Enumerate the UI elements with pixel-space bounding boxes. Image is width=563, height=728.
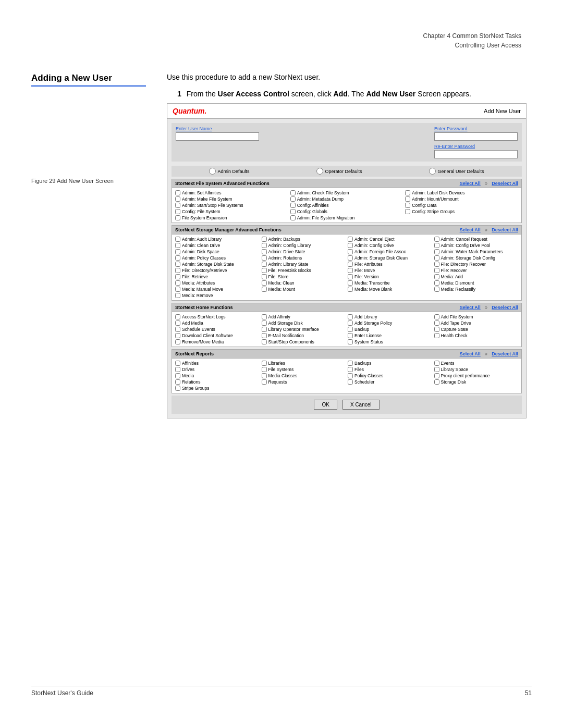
list-item[interactable]: Admin: Foreign File Assoc [348,249,432,254]
list-item[interactable]: Enter License [348,333,432,338]
list-item[interactable]: Admin: Audit Library [175,237,260,242]
list-item[interactable]: File: Move [348,268,432,273]
list-item[interactable]: Config: File System [175,209,288,214]
list-item[interactable]: File: Directory Recover [434,262,519,267]
list-item[interactable]: Admin: Storage Disk Clean [348,255,432,261]
list-item[interactable]: Config: Affinities [290,203,403,208]
list-item[interactable]: Access StorNext Logs [175,314,260,319]
list-item[interactable]: Files [348,367,432,372]
list-item[interactable]: E-Mail Notification [262,333,346,338]
list-item[interactable]: Media: Reclassify [434,287,519,292]
list-item[interactable]: Admin: Cancel Request [434,237,519,242]
list-item[interactable]: Add Affinity [262,314,346,319]
list-item[interactable]: File System Expansion [175,215,288,220]
list-item[interactable]: Admin: Storage Disk Config [434,255,519,261]
list-item[interactable]: Relations [175,379,260,385]
list-item[interactable]: Backups [348,361,432,366]
list-item[interactable]: Schedule Events [175,327,260,332]
list-item[interactable]: Media: Remove [175,293,260,298]
list-item[interactable]: File: Recover [434,268,519,273]
list-item[interactable]: Admin: Set Affinities [175,190,288,195]
reenter-label[interactable]: Re-Enter Password [434,144,518,149]
list-item[interactable]: Add Library [348,314,432,319]
list-item[interactable]: Admin: Metadata Dump [290,196,403,202]
reports-select-all[interactable]: Select All [460,351,481,356]
home-deselect-all[interactable]: Deselect All [492,305,518,310]
list-item[interactable]: Admin: Drive State [262,249,346,254]
list-item[interactable]: Media: Dismount [434,280,519,286]
list-item[interactable]: Media: Attributes [175,280,260,286]
list-item[interactable]: File: Retrieve [175,274,260,279]
list-item[interactable]: Affinities [175,361,260,366]
list-item[interactable]: File: Free/Disk Blocks [262,268,346,273]
radio-operator[interactable]: Operator Defaults [316,168,362,175]
list-item[interactable]: Media: Add [434,274,519,279]
list-item[interactable]: Add Tape Drive [434,320,519,326]
list-item[interactable]: Media [175,373,260,378]
list-item[interactable]: Remove/Move Media [175,339,260,344]
ok-button[interactable]: OK [314,400,337,410]
list-item[interactable]: Health Check [434,333,519,338]
list-item[interactable]: Media: Clean [262,280,346,286]
reenter-input[interactable] [434,150,518,158]
list-item[interactable]: Storage Disk [434,379,519,385]
list-item[interactable]: Backup [348,327,432,332]
cancel-button[interactable]: X Cancel [342,400,380,410]
storage-select-all[interactable]: Select All [460,227,481,232]
list-item[interactable]: Media Classes [262,373,346,378]
list-item[interactable]: Admin: Water Mark Parameters [434,249,519,254]
list-item[interactable]: Stripe Groups [175,386,260,391]
list-item[interactable]: File: Version [348,274,432,279]
password-input[interactable] [434,132,518,141]
list-item[interactable]: Media: Mount [262,287,346,292]
home-select-all[interactable]: Select All [460,305,481,310]
password-label[interactable]: Enter Password [434,126,518,131]
list-item[interactable]: File: Directory/Retrieve [175,268,260,273]
list-item[interactable]: File: Store [262,274,346,279]
list-item[interactable]: Admin: Clean Drive [175,243,260,248]
list-item[interactable]: Admin: Library State [262,262,346,267]
list-item[interactable]: Capture State [434,327,519,332]
list-item[interactable]: Events [434,361,519,366]
list-item[interactable]: Media: Transcribe [348,280,432,286]
list-item[interactable]: Requests [262,379,346,385]
list-item[interactable]: Admin: Cancel Eject [348,237,432,242]
username-input[interactable] [176,132,259,141]
list-item[interactable]: Admin: Config Drive Pool [434,243,519,248]
list-item[interactable]: Add File System [434,314,519,319]
list-item[interactable]: Admin: Storage Disk State [175,262,260,267]
radio-general[interactable]: General User Defaults [429,168,484,175]
list-item[interactable]: Scheduler [348,379,432,385]
username-label[interactable]: Enter User Name [176,126,259,131]
filesystem-deselect-all[interactable]: Deselect All [492,181,518,186]
list-item[interactable]: Start/Stop Components [262,339,346,344]
list-item[interactable]: Add Media [175,320,260,326]
list-item[interactable]: Media: Move Blank [348,287,432,292]
list-item[interactable]: Add Storage Policy [348,320,432,326]
list-item[interactable]: Library Operator Interface [262,327,346,332]
list-item[interactable]: Admin: File System Migration [290,215,403,220]
list-item[interactable]: Download Client Software [175,333,260,338]
list-item[interactable]: Admin: Label Disk Devices [405,190,518,195]
list-item[interactable]: Proxy client performance [434,373,519,378]
list-item[interactable]: Admin: Start/Stop File Systems [175,203,288,208]
list-item[interactable]: Admin: Check File System [290,190,403,195]
list-item[interactable]: Admin: Make File System [175,196,288,202]
list-item[interactable]: Add Storage Disk [262,320,346,326]
storage-deselect-all[interactable]: Deselect All [492,227,518,232]
filesystem-select-all[interactable]: Select All [460,181,481,186]
list-item[interactable]: Library Space [434,367,519,372]
reports-deselect-all[interactable]: Deselect All [492,351,518,356]
list-item[interactable]: Admin: Config Drive [348,243,432,248]
list-item[interactable]: Config: Globals [290,209,403,214]
list-item[interactable]: File Systems [262,367,346,372]
list-item[interactable]: Drives [175,367,260,372]
list-item[interactable]: Config: Stripe Groups [405,209,518,214]
list-item[interactable]: Admin: Policy Classes [175,255,260,261]
list-item[interactable]: System Status [348,339,432,344]
list-item[interactable]: Admin: Mount/Unmount [405,196,518,202]
list-item[interactable]: Admin: Rotations [262,255,346,261]
list-item[interactable]: Config: Data [405,203,518,208]
list-item[interactable]: Policy Classes [348,373,432,378]
list-item[interactable]: Admin: Disk Space [175,249,260,254]
